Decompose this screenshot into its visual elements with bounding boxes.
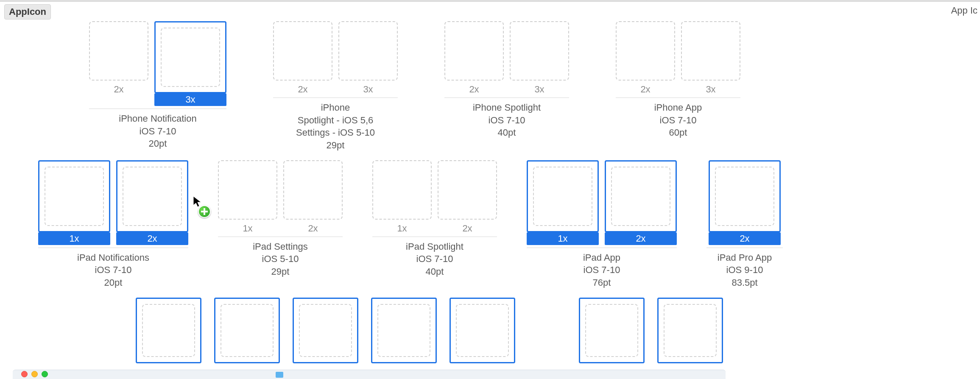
scale-label: 2x (605, 232, 677, 245)
group-iphone-app: 2x 3x iPhone App iOS 7-10 60pt (616, 21, 740, 139)
window-toolbar (0, 0, 980, 2)
folder-icon (276, 372, 283, 378)
well-partial-4[interactable] (371, 298, 437, 363)
group-caption: iPhone App iOS 7-10 60pt (654, 101, 702, 139)
group-caption: iPhone Notification iOS 7-10 20pt (119, 112, 196, 150)
well-iphone-spotlight-3x[interactable]: 3x (510, 21, 569, 95)
row-partial (38, 298, 976, 363)
well-ipad-spotlight-1x[interactable]: 1x (372, 160, 432, 234)
scale-label: 1x (218, 223, 277, 234)
inspector-title-truncated: App Ic (951, 5, 977, 16)
well-iphone-notification-3x[interactable]: 3x (154, 21, 226, 106)
well-partial-2[interactable] (214, 298, 280, 363)
group-ipad-app: 1x 2x iPad App iOS 7-10 76pt (527, 160, 677, 289)
well-partial-1[interactable] (136, 298, 201, 363)
group-ipad-pro-app: 2x iPad Pro App iOS 9-10 83.5pt (706, 160, 783, 289)
scale-label: 1x (372, 223, 432, 234)
scale-label: 1x (527, 232, 599, 245)
minimize-icon[interactable] (31, 371, 38, 377)
well-iphone-settings-3x[interactable]: 3x (338, 21, 398, 95)
scale-label: 3x (338, 84, 398, 95)
row-iphone: 2x 3x iPhone Notification iOS 7-10 20pt … (38, 21, 976, 152)
scale-label: 2x (273, 84, 332, 95)
scale-label: 2x (283, 223, 343, 234)
row-ipad: 1x 2x iPad Notifications iOS 7-10 20pt 1… (38, 160, 976, 289)
group-caption: iPad Pro App iOS 9-10 83.5pt (718, 251, 772, 289)
well-iphone-notification-2x[interactable]: 2x (89, 21, 148, 106)
group-caption: iPad Notifications iOS 7-10 20pt (77, 251, 149, 289)
scale-label: 2x (444, 84, 504, 95)
appicon-canvas: 2x 3x iPhone Notification iOS 7-10 20pt … (38, 21, 976, 379)
well-partial-3[interactable] (293, 298, 358, 363)
close-icon[interactable] (21, 371, 28, 377)
group-iphone-notification: 2x 3x iPhone Notification iOS 7-10 20pt (89, 21, 226, 150)
well-partial-6[interactable] (579, 298, 645, 363)
group-caption: iPad App iOS 7-10 76pt (583, 251, 620, 289)
group-iphone-settings: 2x 3x iPhone Spotlight - iOS 5,6 Setting… (273, 21, 398, 152)
scale-label: 2x (89, 84, 148, 95)
well-iphone-app-2x[interactable]: 2x (616, 21, 675, 95)
scale-label: 3x (154, 93, 226, 106)
well-ipad-notifications-2x[interactable]: 2x (116, 160, 188, 245)
well-ipad-spotlight-2x[interactable]: 2x (438, 160, 497, 234)
scale-label: 2x (709, 232, 781, 245)
scale-label: 2x (116, 232, 188, 245)
well-iphone-spotlight-2x[interactable]: 2x (444, 21, 504, 95)
well-ipad-app-1x[interactable]: 1x (527, 160, 599, 245)
well-ipad-app-2x[interactable]: 2x (605, 160, 677, 245)
group-iphone-spotlight: 2x 3x iPhone Spotlight iOS 7-10 40pt (444, 21, 569, 139)
scale-label: 3x (681, 84, 740, 95)
well-iphone-settings-2x[interactable]: 2x (273, 21, 332, 95)
scale-label: 1x (38, 232, 110, 245)
group-caption: iPad Settings iOS 5-10 29pt (253, 240, 308, 278)
group-caption: iPhone Spotlight - iOS 5,6 Settings - iO… (296, 101, 375, 152)
well-ipad-settings-2x[interactable]: 2x (283, 160, 343, 234)
group-ipad-spotlight: 1x 2x iPad Spotlight iOS 7-10 40pt (372, 160, 497, 278)
window-traffic-lights[interactable] (21, 371, 48, 377)
well-partial-7[interactable] (657, 298, 723, 363)
group-ipad-settings: 1x 2x iPad Settings iOS 5-10 29pt (218, 160, 343, 278)
well-partial-5[interactable] (450, 298, 515, 363)
scale-label: 2x (616, 84, 675, 95)
group-caption: iPad Spotlight iOS 7-10 40pt (406, 240, 463, 278)
well-iphone-app-3x[interactable]: 3x (681, 21, 740, 95)
scale-label: 3x (510, 84, 569, 95)
group-ipad-notifications: 1x 2x iPad Notifications iOS 7-10 20pt (38, 160, 188, 289)
well-ipad-pro-app-2x[interactable]: 2x (709, 160, 781, 245)
finder-window-strip (13, 370, 726, 379)
well-ipad-notifications-1x[interactable]: 1x (38, 160, 110, 245)
group-caption: iPhone Spotlight iOS 7-10 40pt (473, 101, 541, 139)
asset-name-badge[interactable]: AppIcon (4, 4, 51, 20)
well-ipad-settings-1x[interactable]: 1x (218, 160, 277, 234)
zoom-icon[interactable] (42, 371, 48, 377)
scale-label: 2x (438, 223, 497, 234)
